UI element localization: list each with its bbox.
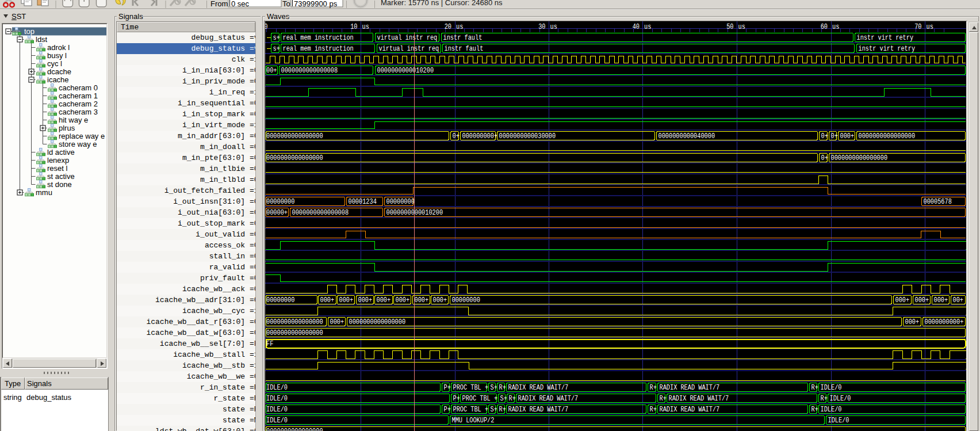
svg-text:000+: 000+	[320, 296, 334, 304]
svg-text:000+: 000+	[895, 296, 909, 304]
svg-text:st done: st done	[47, 180, 72, 189]
svg-text:00+: 00+	[266, 66, 277, 75]
svg-text:hit way e: hit way e	[59, 116, 88, 124]
svg-text:0000000000000000: 0000000000000000	[830, 154, 887, 162]
svg-text:store way e: store way e	[59, 140, 97, 148]
svg-text:000+: 000+	[432, 296, 447, 304]
svg-text:RADIX READ WAIT/7: RADIX READ WAIT/7	[659, 383, 719, 392]
svg-text:00005678: 00005678	[923, 197, 951, 206]
svg-text:000+: 000+	[933, 296, 948, 304]
svg-text:20: 20	[444, 22, 451, 31]
svg-text:reset l: reset l	[47, 164, 68, 173]
svg-text:00000000: 00000000	[451, 296, 480, 304]
svg-text:00000000: 00000000	[266, 296, 294, 304]
svg-text:000+: 000+	[414, 296, 428, 304]
svg-text:st active: st active	[47, 172, 75, 181]
svg-text:real mem instruction: real mem instruction	[282, 33, 353, 42]
svg-text:RADIX READ WAIT/7: RADIX READ WAIT/7	[659, 405, 719, 414]
svg-text:cacheram 1: cacheram 1	[59, 91, 98, 100]
svg-text:0+: 0+	[821, 154, 828, 162]
svg-text:000+: 000+	[358, 296, 372, 304]
svg-text:virtual instr req: virtual instr req	[378, 44, 439, 53]
svg-text:icache: icache	[47, 75, 69, 84]
svg-text:R+: R+	[811, 405, 818, 414]
svg-text:0000000000+: 0000000000+	[924, 318, 963, 326]
svg-text:R+: R+	[649, 383, 656, 392]
svg-text:00001234: 00001234	[348, 197, 376, 206]
svg-text:000+: 000+	[905, 318, 919, 326]
svg-text:adrok l: adrok l	[47, 43, 70, 52]
svg-text:ld active: ld active	[47, 148, 75, 157]
svg-text:30: 30	[538, 22, 545, 31]
svg-text:40: 40	[632, 22, 639, 31]
svg-text:0000000000000000: 0000000000000000	[266, 329, 323, 337]
svg-text:PROC TBL +: PROC TBL +	[453, 383, 488, 392]
svg-text:0000000000000000: 0000000000000000	[266, 427, 323, 431]
svg-text:virtual instr req: virtual instr req	[377, 33, 437, 42]
svg-text:0000000000010200: 0000000000010200	[377, 66, 434, 75]
svg-text:busy l: busy l	[47, 51, 67, 60]
svg-text:0000000000000000: 0000000000000000	[266, 154, 323, 162]
svg-text:0+: 0+	[821, 132, 828, 140]
svg-text:us: us	[362, 22, 369, 31]
svg-text:R+: R+	[649, 405, 656, 414]
svg-text:000+: 000+	[395, 296, 409, 304]
svg-text:PROC TBL +: PROC TBL +	[453, 405, 488, 414]
svg-text:top: top	[24, 27, 35, 36]
svg-text:RADIX READ WAIT/7: RADIX READ WAIT/7	[508, 405, 568, 414]
svg-text:cyc l: cyc l	[47, 59, 62, 68]
svg-text:us: us	[832, 22, 839, 31]
svg-text:R+: R+	[820, 394, 827, 403]
svg-text:R+: R+	[659, 394, 666, 403]
svg-text:0000000000000000: 0000000000000000	[349, 318, 405, 326]
svg-text:50: 50	[726, 22, 733, 31]
svg-text:P+: P+	[443, 383, 450, 392]
svg-text:us: us	[926, 22, 933, 31]
svg-text:instr virt retry: instr virt retry	[858, 44, 915, 53]
svg-text:instr virt retry: instr virt retry	[856, 33, 913, 42]
svg-text:dcache: dcache	[47, 67, 71, 76]
svg-text:R+: R+	[811, 383, 818, 392]
svg-text:P+: P+	[453, 394, 460, 403]
svg-text:RADIX READ WAIT/7: RADIX READ WAIT/7	[508, 383, 568, 392]
svg-text:000+: 000+	[376, 296, 391, 304]
svg-text:s+: s+	[273, 44, 280, 53]
svg-text:000+: 000+	[840, 132, 854, 140]
svg-text:0000000000030000: 0000000000030000	[499, 132, 556, 140]
svg-text:IDLE/0: IDLE/0	[829, 394, 851, 403]
svg-text:IDLE/0: IDLE/0	[266, 383, 288, 392]
svg-text:replace way e: replace way e	[59, 132, 105, 140]
svg-text:00000000: 00000000	[266, 197, 294, 206]
svg-text:IDLE/0: IDLE/0	[820, 383, 841, 392]
svg-text:FF: FF	[266, 340, 273, 348]
svg-text:us: us	[456, 22, 463, 31]
svg-text:000+: 000+	[914, 296, 929, 304]
svg-text:000+: 000+	[339, 296, 353, 304]
svg-text:us: us	[644, 22, 651, 31]
svg-text:ldst: ldst	[36, 35, 48, 44]
svg-text:s+: s+	[273, 33, 280, 42]
svg-text:instr fault: instr fault	[444, 44, 483, 53]
svg-text:RADIX READ WAIT/7: RADIX READ WAIT/7	[518, 394, 578, 403]
svg-text:S+: S+	[500, 394, 507, 403]
svg-text:IDLE/0: IDLE/0	[828, 416, 849, 425]
svg-text:000000000+: 000000000+	[462, 132, 497, 140]
svg-text:60: 60	[820, 22, 827, 31]
svg-text:P+: P+	[443, 405, 450, 414]
svg-text:0+: 0+	[830, 132, 837, 140]
svg-text:us: us	[738, 22, 745, 31]
svg-text:IDLE/0: IDLE/0	[266, 394, 288, 403]
svg-text:0000000000040000: 0000000000040000	[658, 132, 715, 140]
svg-text:S+: S+	[490, 383, 497, 392]
svg-text:PROC TBL +: PROC TBL +	[462, 394, 497, 403]
svg-text:70: 70	[914, 22, 921, 31]
svg-text:lenexp: lenexp	[47, 156, 69, 165]
svg-text:plrus: plrus	[59, 124, 75, 132]
svg-text:From:: From:	[210, 0, 230, 8]
svg-text:Marker: 15770 ns | Cursor: 2: Marker: 15770 ns | Cursor: 24680 ns	[381, 0, 503, 7]
svg-text:0000000000000008: 0000000000000008	[292, 208, 349, 217]
svg-text:cacheram 2: cacheram 2	[59, 100, 98, 108]
svg-text:00+: 00+	[952, 296, 963, 304]
svg-text:00000000: 00000000	[386, 197, 414, 206]
svg-text:real mem instruction: real mem instruction	[282, 44, 353, 53]
